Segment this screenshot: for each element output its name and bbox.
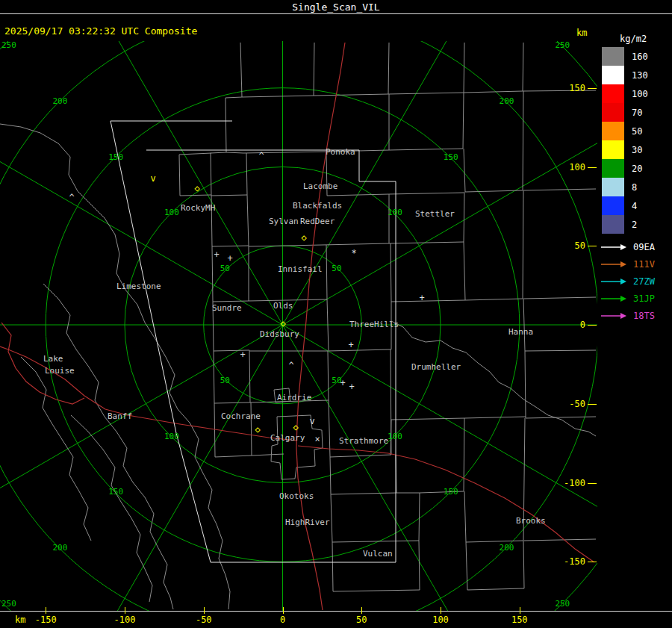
scale-entry-30: 30: [602, 140, 648, 159]
scale-color-swatch: [602, 140, 624, 159]
scale-value-label: 20: [632, 164, 642, 174]
scale-entry-4: 4: [602, 196, 648, 215]
site-arrow-icon: [600, 260, 627, 269]
radar-site-entry-111V: 111V: [600, 255, 655, 273]
site-id-label: 18TS: [633, 311, 655, 321]
scale-entry-20: 20: [602, 159, 648, 178]
scale-value-label: 70: [632, 108, 642, 118]
site-id-label: 31JP: [633, 293, 655, 304]
scale-entry-130: 130: [602, 66, 648, 84]
site-arrow-icon: [600, 311, 627, 320]
scale-color-swatch: [602, 159, 624, 178]
scale-color-swatch: [602, 196, 624, 215]
scale-color-swatch: [602, 215, 624, 234]
scale-color-swatch: [602, 84, 624, 103]
radar-site-entry-27ZW: 27ZW: [600, 273, 655, 290]
site-id-label: 09EA: [633, 242, 655, 252]
scale-value-label: 8: [632, 182, 637, 193]
scale-value-label: 50: [632, 126, 642, 137]
scale-color-swatch: [602, 103, 624, 122]
site-arrow-icon: [600, 277, 627, 286]
scale-color-swatch: [602, 178, 624, 196]
site-arrow-icon: [600, 243, 627, 252]
scale-unit-label: kg/m2: [620, 34, 647, 44]
radar-app-window: Single_Scan_VIL 2025/09/17 03:22:32 UTC …: [0, 0, 672, 628]
scale-entry-8: 8: [602, 178, 648, 196]
scale-value-label: 130: [632, 70, 648, 81]
scale-entry-160: 160: [602, 47, 648, 66]
site-id-label: 111V: [633, 259, 655, 270]
radar-site-legend: 09EA111V27ZW31JP18TS: [600, 238, 655, 324]
color-scale: 16013010070503020842: [602, 47, 648, 234]
scale-color-swatch: [602, 122, 624, 140]
radar-site-entry-31JP: 31JP: [600, 290, 655, 307]
scale-value-label: 4: [632, 201, 637, 211]
scale-value-label: 2: [632, 220, 637, 230]
radar-display[interactable]: [0, 41, 597, 611]
scale-entry-70: 70: [602, 103, 648, 122]
scale-value-label: 30: [632, 145, 642, 155]
radar-site-entry-09EA: 09EA: [600, 238, 655, 255]
scale-color-swatch: [602, 47, 624, 66]
site-id-label: 27ZW: [633, 276, 655, 287]
scale-value-label: 160: [632, 52, 648, 62]
scale-entry-2: 2: [602, 215, 648, 234]
scale-entry-50: 50: [602, 122, 648, 140]
radar-site-entry-18TS: 18TS: [600, 307, 655, 324]
legend-panel: kg/m2 16013010070503020842 09EA111V27ZW3…: [597, 14, 672, 611]
scale-color-swatch: [602, 66, 624, 84]
scale-entry-100: 100: [602, 84, 648, 103]
site-arrow-icon: [600, 294, 627, 303]
scale-value-label: 100: [632, 89, 648, 99]
